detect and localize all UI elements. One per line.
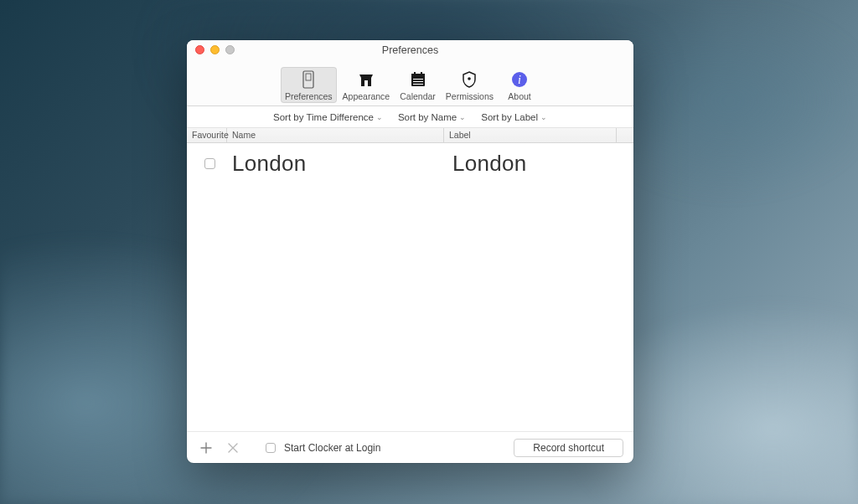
preferences-window: Preferences Preferences Appearance Calen…	[187, 40, 633, 463]
column-name[interactable]: Name	[227, 128, 444, 142]
minimize-icon[interactable]	[210, 45, 220, 54]
window-title: Preferences	[382, 44, 438, 56]
column-spacer	[617, 128, 633, 142]
tab-preferences[interactable]: Preferences	[281, 67, 337, 103]
svg-rect-6	[413, 84, 423, 85]
svg-point-9	[468, 77, 472, 80]
chevron-down-icon: ⌄	[376, 113, 383, 121]
appearance-icon	[356, 69, 376, 90]
close-icon[interactable]	[195, 45, 204, 54]
tab-appearance[interactable]: Appearance	[339, 67, 395, 103]
tab-about[interactable]: i About	[499, 67, 540, 103]
tab-label: Permissions	[446, 91, 494, 101]
tab-permissions[interactable]: Permissions	[442, 67, 498, 103]
sort-time-difference[interactable]: Sort by Time Difference ⌄	[273, 112, 383, 122]
window-controls	[195, 45, 235, 54]
name-cell: London	[227, 151, 452, 177]
tab-label: About	[508, 91, 530, 101]
titlebar: Preferences	[187, 40, 633, 60]
tab-label: Appearance	[343, 91, 390, 101]
shield-icon	[459, 69, 479, 90]
table-row[interactable]: London London	[187, 143, 633, 183]
start-at-login-label: Start Clocker at Login	[284, 442, 380, 454]
column-favourite[interactable]: Favourite	[187, 128, 227, 142]
record-shortcut-button[interactable]: Record shortcut	[514, 439, 623, 457]
tab-label: Preferences	[285, 91, 333, 101]
chevron-down-icon: ⌄	[540, 113, 547, 121]
svg-rect-5	[413, 81, 423, 82]
sort-label: Sort by Time Difference	[273, 112, 374, 122]
chevron-down-icon: ⌄	[459, 113, 466, 121]
footer: Start Clocker at Login Record shortcut	[187, 431, 633, 463]
add-button[interactable]	[197, 439, 215, 457]
sort-label-text: Sort by Label	[481, 112, 538, 122]
info-icon: i	[509, 69, 530, 90]
tab-calendar[interactable]: Calendar	[395, 67, 440, 103]
table-body: London London	[187, 143, 633, 431]
svg-rect-3	[411, 74, 425, 77]
table-header: Favourite Name Label	[187, 128, 633, 143]
sort-label: Sort by Name	[398, 112, 457, 122]
sort-name[interactable]: Sort by Name ⌄	[398, 112, 466, 122]
favourite-checkbox[interactable]	[204, 158, 215, 169]
tab-label: Calendar	[400, 91, 436, 101]
zoom-icon[interactable]	[225, 45, 235, 54]
preferences-icon	[298, 69, 318, 90]
favourite-cell	[192, 158, 227, 169]
svg-rect-8	[421, 72, 422, 75]
toolbar: Preferences Appearance Calendar Permissi…	[187, 60, 633, 106]
sort-label[interactable]: Sort by Label ⌄	[481, 112, 547, 122]
svg-rect-4	[413, 79, 423, 80]
calendar-icon	[408, 69, 428, 90]
sort-bar: Sort by Time Difference ⌄ Sort by Name ⌄…	[187, 106, 633, 128]
label-cell: London	[452, 151, 628, 177]
svg-rect-1	[306, 74, 311, 80]
svg-rect-7	[414, 72, 416, 75]
remove-button[interactable]	[224, 439, 242, 457]
svg-text:i: i	[518, 74, 521, 86]
start-at-login-checkbox[interactable]	[266, 443, 276, 453]
column-label[interactable]: Label	[444, 128, 617, 142]
